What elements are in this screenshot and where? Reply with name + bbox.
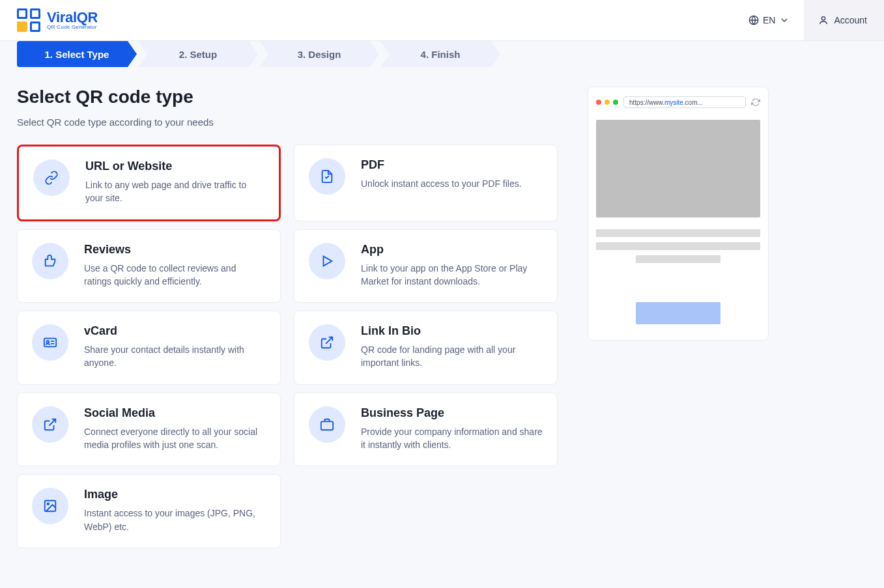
card-desc: Unlock instant access to your PDF files. [361, 177, 522, 190]
type-card-url-or-website[interactable]: URL or WebsiteLink to any web page and d… [17, 145, 281, 221]
link-icon [33, 160, 70, 196]
type-card-business-page[interactable]: Business PageProvide your company inform… [294, 393, 558, 467]
placeholder-line [596, 229, 760, 237]
url-colored: mysite [664, 99, 683, 106]
account-button[interactable]: Account [804, 0, 884, 40]
card-title: Reviews [84, 243, 266, 257]
logo-mark-icon [17, 8, 40, 32]
url-pre: https://www. [629, 99, 664, 106]
card-desc: Link to any web page and drive traffic t… [85, 178, 264, 205]
window-dots-icon [596, 100, 618, 105]
card-title: vCard [84, 324, 266, 338]
placeholder-line [596, 242, 760, 250]
card-desc: Provide your company information and sha… [361, 425, 543, 452]
type-card-link-in-bio[interactable]: Link In BioQR code for landing page with… [294, 311, 558, 385]
svg-point-1 [822, 17, 825, 20]
language-label: EN [763, 15, 775, 25]
type-card-image[interactable]: ImageInstant access to your images (JPG,… [17, 474, 281, 548]
card-title: URL or Website [85, 160, 264, 173]
language-switcher[interactable]: EN [734, 0, 804, 40]
brand-name: ViralQR [47, 11, 98, 24]
card-desc: Connect everyone directly to all your so… [84, 425, 266, 452]
card-title: Social Media [84, 406, 266, 420]
placeholder-hero [596, 120, 760, 217]
card-title: App [361, 243, 543, 257]
logo[interactable]: ViralQR QR Code Generator [17, 8, 98, 32]
card-desc: Use a QR code to collect reviews and rat… [84, 262, 266, 288]
pdf-icon [309, 158, 345, 195]
play-icon [309, 243, 345, 279]
refresh-icon [751, 98, 760, 107]
type-card-pdf[interactable]: PDFUnlock instant access to your PDF fil… [294, 145, 558, 221]
card-title: Image [84, 488, 266, 501]
card-title: Business Page [361, 406, 543, 420]
step-2[interactable]: 2. Setup [138, 41, 258, 67]
globe-icon [749, 15, 759, 25]
type-card-app[interactable]: AppLink to your app on the App Store or … [294, 229, 558, 303]
type-card-social-media[interactable]: Social MediaConnect everyone directly to… [17, 393, 281, 467]
url-post: .com... [683, 99, 703, 106]
user-icon [818, 15, 829, 25]
external-icon [309, 324, 345, 361]
logo-text: ViralQR QR Code Generator [47, 11, 98, 30]
card-grid: URL or WebsiteLink to any web page and d… [17, 145, 558, 548]
external-icon [32, 406, 68, 443]
page-subtitle: Select QR code type according to your ne… [17, 117, 558, 128]
header: ViralQR QR Code Generator EN Account [0, 0, 884, 41]
card-desc: Share your contact details instantly wit… [84, 343, 266, 370]
image-icon [32, 488, 68, 524]
header-right: EN Account [734, 0, 884, 40]
card-desc: Instant access to your images (JPG, PNG,… [84, 507, 266, 533]
account-label: Account [834, 15, 867, 25]
page-title: Select QR code type [17, 87, 558, 107]
thumbsup-icon [32, 243, 68, 279]
type-card-vcard[interactable]: vCardShare your contact details instantl… [17, 311, 281, 385]
idcard-icon [32, 324, 68, 361]
card-desc: QR code for landing page with all your i… [361, 343, 543, 370]
step-1[interactable]: 1. Select Type [17, 41, 137, 67]
briefcase-icon [309, 406, 345, 443]
card-desc: Link to your app on the App Store or Pla… [361, 262, 543, 288]
step-3[interactable]: 3. Design [259, 41, 379, 67]
preview-panel: https://www.mysite.com... [588, 87, 769, 341]
step-4[interactable]: 4. Finish [380, 41, 500, 67]
card-title: PDF [361, 158, 522, 172]
card-title: Link In Bio [361, 324, 543, 338]
preview-url-bar: https://www.mysite.com... [623, 96, 746, 108]
placeholder-button [636, 302, 720, 324]
placeholder-line [636, 255, 720, 263]
chevron-down-icon [779, 15, 790, 25]
brand-tagline: QR Code Generator [47, 24, 98, 30]
steps-nav: 1. Select Type2. Setup3. Design4. Finish [17, 41, 835, 67]
type-card-reviews[interactable]: ReviewsUse a QR code to collect reviews … [17, 229, 281, 303]
